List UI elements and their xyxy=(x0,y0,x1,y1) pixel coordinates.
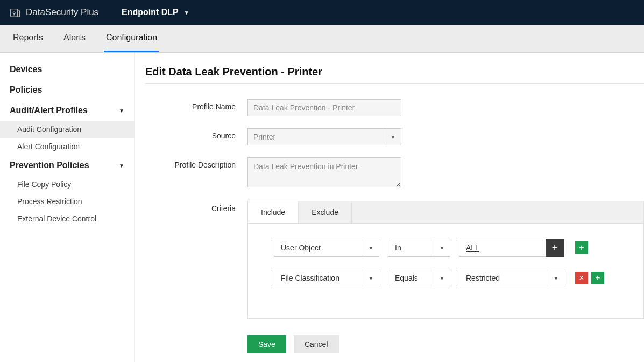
svg-rect-0 xyxy=(11,9,18,17)
criteria-row: User Object ▼ In ▼ ALL + + xyxy=(274,239,626,257)
save-button[interactable]: Save xyxy=(247,335,286,353)
source-label: Source xyxy=(145,128,247,140)
chevron-down-icon: ▼ xyxy=(548,269,564,287)
sub-nav: Reports Alerts Configuration xyxy=(0,25,644,53)
sidebar-item-audit-configuration[interactable]: Audit Configuration xyxy=(0,121,134,138)
criteria-operator-select[interactable]: Equals ▼ xyxy=(388,269,450,287)
action-buttons: Save Cancel xyxy=(247,335,644,353)
sidebar-item-policies[interactable]: Policies xyxy=(0,80,134,100)
svg-point-1 xyxy=(13,12,15,14)
chevron-down-icon: ▼ xyxy=(363,269,379,287)
main-content: Edit Data Leak Prevention - Printer Prof… xyxy=(135,53,644,362)
chevron-down-icon: ▼ xyxy=(434,269,450,287)
add-row-button[interactable]: + xyxy=(591,272,604,284)
tab-configuration[interactable]: Configuration xyxy=(104,25,159,52)
criteria-value-select[interactable]: Restricted ▼ xyxy=(459,269,564,287)
app-logo-icon xyxy=(9,6,22,19)
criteria-tabs: Include Exclude xyxy=(248,201,643,224)
sidebar-item-file-copy-policy[interactable]: File Copy Policy xyxy=(0,176,134,193)
module-selector[interactable]: Endpoint DLP ▼ xyxy=(122,8,189,17)
remove-row-button[interactable]: × xyxy=(575,272,588,284)
chevron-down-icon: ▼ xyxy=(363,239,379,256)
sidebar-item-alert-configuration[interactable]: Alert Configuration xyxy=(0,138,134,155)
sidebar-item-prevention-policies[interactable]: Prevention Policies ▼ xyxy=(0,155,134,176)
profile-description-input[interactable] xyxy=(247,157,401,187)
topbar: DataSecurity Plus Endpoint DLP ▼ xyxy=(0,0,644,25)
sidebar-item-external-device-control[interactable]: External Device Control xyxy=(0,210,134,227)
criteria-container: Include Exclude User Object ▼ In ▼ xyxy=(247,201,644,319)
chevron-down-icon: ▼ xyxy=(434,239,450,256)
page-title: Edit Data Leak Prevention - Printer xyxy=(145,66,644,84)
tab-reports[interactable]: Reports xyxy=(11,25,45,52)
profile-description-label: Profile Description xyxy=(145,157,247,169)
sidebar: Devices Policies Audit/Alert Profiles ▼ … xyxy=(0,53,135,362)
sidebar-item-process-restriction[interactable]: Process Restriction xyxy=(0,193,134,210)
source-select[interactable]: Printer ▼ xyxy=(247,128,401,145)
product-name: DataSecurity Plus xyxy=(26,7,98,18)
sidebar-item-devices[interactable]: Devices xyxy=(0,59,134,80)
criteria-value-text: ALL xyxy=(466,243,479,252)
profile-name-label: Profile Name xyxy=(145,99,247,111)
tab-alerts[interactable]: Alerts xyxy=(61,25,88,52)
criteria-label: Criteria xyxy=(145,201,247,213)
chevron-down-icon: ▼ xyxy=(119,108,124,114)
criteria-tab-include[interactable]: Include xyxy=(248,201,299,223)
criteria-row: File Classification ▼ Equals ▼ Restricte… xyxy=(274,269,626,287)
criteria-field-select[interactable]: File Classification ▼ xyxy=(274,269,379,287)
add-row-button[interactable]: + xyxy=(575,241,588,254)
chevron-down-icon: ▼ xyxy=(184,10,189,16)
chevron-down-icon: ▼ xyxy=(119,163,124,169)
module-name: Endpoint DLP xyxy=(122,8,179,17)
chevron-down-icon: ▼ xyxy=(385,129,401,145)
criteria-value-box[interactable]: ALL + xyxy=(459,239,564,257)
sidebar-item-audit-alert-profiles[interactable]: Audit/Alert Profiles ▼ xyxy=(0,100,134,121)
add-value-button[interactable]: + xyxy=(546,239,564,257)
profile-name-input[interactable] xyxy=(247,99,401,116)
criteria-tab-exclude[interactable]: Exclude xyxy=(299,201,352,223)
cancel-button[interactable]: Cancel xyxy=(294,335,339,353)
criteria-field-select[interactable]: User Object ▼ xyxy=(274,239,379,257)
criteria-operator-select[interactable]: In ▼ xyxy=(388,239,450,257)
